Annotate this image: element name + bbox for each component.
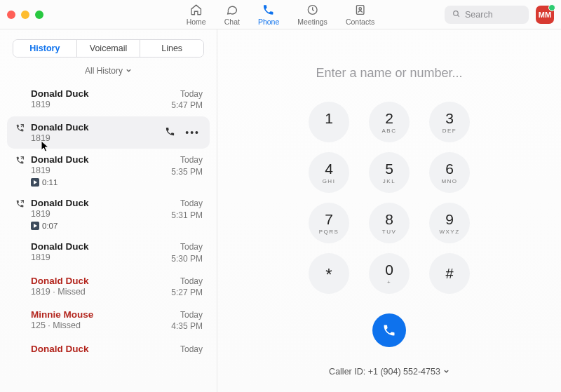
- dialpad-letters: DEF: [442, 128, 457, 134]
- call-timestamp: Today5:27 PM: [162, 276, 203, 298]
- caller-id-selector[interactable]: Caller ID: +1 (904) 552-4753: [329, 367, 450, 377]
- dialpad-digit: 4: [325, 161, 333, 176]
- nav-phone-label: Phone: [258, 18, 279, 26]
- nav-chat[interactable]: Chat: [224, 4, 240, 26]
- nav-meetings[interactable]: Meetings: [297, 4, 327, 26]
- tab-voicemail[interactable]: Voicemail: [76, 40, 140, 57]
- callback-button[interactable]: [165, 126, 175, 140]
- dialpad-letters: PQRS: [319, 229, 339, 235]
- caller-name: Donald Duck: [31, 122, 159, 133]
- nav-phone[interactable]: Phone: [258, 4, 279, 26]
- search-input[interactable]: Search: [445, 6, 529, 24]
- call-meta: Donald Duck18190:07: [31, 198, 156, 230]
- call-history-row[interactable]: Donald Duck1819•••: [7, 116, 210, 149]
- dialpad-digit: 8: [385, 212, 393, 227]
- caller-name: Donald Duck: [31, 276, 156, 286]
- call-status-spacer: [14, 309, 25, 332]
- play-icon: [31, 222, 39, 230]
- dialpad-letters: TUV: [382, 229, 397, 235]
- call-status-spacer: [14, 344, 25, 355]
- call-history-row[interactable]: Minnie Mouse125 · MissedToday4:35 PM: [7, 304, 210, 337]
- caller-extension: 1819: [31, 133, 159, 143]
- titlebar: Home Chat Phone Meetings Contacts S: [0, 0, 561, 29]
- caller-extension: 1819 · Missed: [31, 287, 156, 297]
- caller-name: Minnie Mouse: [31, 309, 156, 320]
- nav-contacts[interactable]: Contacts: [346, 4, 374, 26]
- more-actions-button[interactable]: •••: [185, 128, 200, 137]
- nav-home-label: Home: [187, 18, 206, 26]
- call-history-row[interactable]: Donald Duck1819Today5:30 PM: [7, 236, 210, 269]
- dialpad-key-1[interactable]: 1: [309, 102, 349, 142]
- voicemail-indicator[interactable]: 0:11: [31, 178, 156, 187]
- phone-icon: [262, 4, 275, 16]
- profile-avatar[interactable]: MM: [536, 6, 554, 24]
- dialpad-key-5[interactable]: 5JKL: [369, 152, 410, 193]
- nav-contacts-label: Contacts: [346, 18, 374, 26]
- caller-id-label: Caller ID: +1 (904) 552-4753: [329, 367, 440, 377]
- dialpad-key-star[interactable]: *: [309, 253, 349, 294]
- window-controls: [7, 11, 43, 19]
- history-filter[interactable]: All History: [0, 62, 217, 83]
- fullscreen-window-button[interactable]: [35, 11, 43, 19]
- dialpad-key-3[interactable]: 3DEF: [429, 102, 470, 142]
- dialpad-key-7[interactable]: 7PQRS: [309, 203, 349, 243]
- search-icon: [452, 9, 461, 20]
- dialpad-key-6[interactable]: 6MNO: [429, 152, 470, 193]
- home-icon: [190, 4, 203, 16]
- top-nav: Home Chat Phone Meetings Contacts: [187, 4, 375, 26]
- chat-icon: [226, 4, 238, 16]
- dialpad-digit: 0: [385, 262, 393, 277]
- call-history-row[interactable]: Donald Duck1819 · MissedToday5:27 PM: [7, 270, 210, 304]
- tab-lines[interactable]: Lines: [140, 40, 203, 57]
- nav-meetings-label: Meetings: [297, 18, 327, 26]
- caller-extension: 1819: [31, 165, 156, 175]
- svg-point-3: [454, 11, 459, 15]
- dialpad-letters: MNO: [441, 178, 457, 184]
- call-history-row[interactable]: Donald Duck18190:11Today5:35 PM: [7, 149, 210, 192]
- call-history-list[interactable]: Donald Duck1819Today5:47 PMDonald Duck18…: [0, 83, 217, 392]
- dialpad-key-9[interactable]: 9WXYZ: [429, 203, 470, 243]
- nav-home[interactable]: Home: [187, 4, 206, 26]
- call-timestamp: Today5:31 PM: [162, 198, 203, 230]
- call-timestamp: Today5:35 PM: [162, 154, 203, 187]
- dialpad-key-2[interactable]: 2ABC: [369, 102, 410, 142]
- history-filter-label: All History: [85, 66, 123, 76]
- dialpad-digit: #: [445, 266, 453, 281]
- call-meta: Minnie Mouse125 · Missed: [31, 309, 156, 332]
- close-window-button[interactable]: [7, 11, 15, 19]
- call-meta: Donald Duck1819: [31, 241, 156, 264]
- dialpad-digit: 7: [325, 212, 333, 227]
- dialpad-digit: 2: [385, 111, 393, 126]
- caller-extension: 125 · Missed: [31, 320, 156, 330]
- dialpad-digit: 6: [445, 161, 454, 176]
- call-meta: Donald Duck: [31, 344, 156, 355]
- call-meta: Donald Duck1819: [31, 122, 159, 143]
- call-timestamp: Today5:47 PM: [162, 88, 203, 111]
- call-button[interactable]: [372, 313, 406, 347]
- contacts-icon: [354, 4, 367, 16]
- dialpad-key-0[interactable]: 0+: [369, 253, 410, 294]
- outgoing-call-icon: [14, 122, 25, 143]
- dial-input[interactable]: [298, 66, 480, 81]
- dialpad-key-4[interactable]: 4GHI: [309, 152, 349, 193]
- dialpad-letters: GHI: [323, 178, 336, 184]
- minimize-window-button[interactable]: [21, 11, 29, 19]
- svg-point-2: [359, 7, 361, 9]
- caller-extension: 1819: [31, 252, 156, 262]
- chevron-down-icon: [126, 66, 132, 76]
- dialpad-letters: +: [387, 279, 391, 285]
- dialpad-digit: *: [325, 266, 332, 283]
- call-history-row[interactable]: Donald DuckToday: [7, 338, 210, 360]
- dialpad-key-8[interactable]: 8TUV: [369, 203, 410, 243]
- call-meta: Donald Duck1819: [31, 88, 156, 111]
- tab-history[interactable]: History: [13, 40, 76, 57]
- dialpad-letters: ABC: [382, 128, 397, 134]
- dialpad-digit: 1: [325, 111, 333, 126]
- call-history-row[interactable]: Donald Duck18190:07Today5:31 PM: [7, 192, 210, 236]
- call-timestamp: Today: [162, 344, 203, 355]
- dialpad-key-hash[interactable]: #: [429, 253, 470, 294]
- caller-name: Donald Duck: [31, 344, 156, 354]
- caller-name: Donald Duck: [31, 198, 156, 208]
- call-history-row[interactable]: Donald Duck1819Today5:47 PM: [7, 83, 210, 116]
- voicemail-indicator[interactable]: 0:07: [31, 222, 156, 230]
